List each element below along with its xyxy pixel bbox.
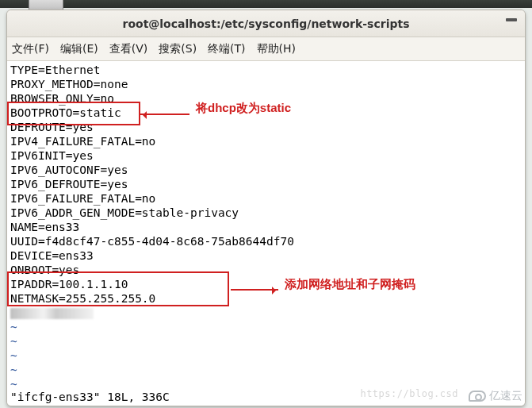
menu-help[interactable]: 帮助(H): [257, 42, 296, 56]
faded-source-url: https://blog.csd: [360, 387, 458, 401]
annotation-arrow-1: [140, 114, 189, 115]
menu-view[interactable]: 查看(V): [109, 42, 148, 56]
menu-bar: 文件(F) 编辑(E) 查看(V) 搜索(S) 终端(T) 帮助(H): [7, 37, 525, 61]
vim-tilde: ~: [10, 348, 522, 363]
cfg-line: IPV6_ADDR_GEN_MODE=stable-privacy: [10, 206, 522, 220]
desktop-panel: [0, 0, 532, 8]
cfg-line: DEFROUTE=yes: [10, 120, 522, 134]
menu-file[interactable]: 文件(F): [12, 42, 49, 56]
menu-search[interactable]: 搜索(S): [159, 42, 197, 56]
cfg-line: IPV4_FAILURE_FATAL=no: [10, 134, 522, 148]
vim-tilde: ~: [10, 320, 522, 334]
cfg-line: TYPE=Ethernet: [10, 63, 522, 77]
menu-terminal[interactable]: 终端(T): [208, 42, 245, 56]
vim-tilde: ~: [10, 334, 522, 348]
window-title: root@localhost:/etc/sysconfig/network-sc…: [122, 17, 409, 30]
cfg-line: NAME=ens33: [10, 220, 522, 234]
terminal-window: root@localhost:/etc/sysconfig/network-sc…: [6, 10, 526, 406]
annotation-note-1: 将dhcp改为static: [196, 101, 291, 115]
window-titlebar[interactable]: root@localhost:/etc/sysconfig/network-sc…: [7, 10, 525, 37]
cfg-line: IPV6_DEFROUTE=yes: [10, 177, 522, 191]
vim-tilde: ~: [10, 363, 522, 377]
annotation-arrow-2: [231, 289, 278, 291]
cfg-line: UUID=f4d8cf47-c855-4d04-8c68-75ab8644df7…: [10, 234, 522, 248]
cfg-line: NETMASK=255.255.255.0: [10, 291, 522, 306]
editor-area[interactable]: TYPE=Ethernet PROXY_METHOD=none BROWSER_…: [7, 61, 525, 406]
menu-edit[interactable]: 编辑(E): [60, 42, 98, 56]
cfg-line: DEVICE=ens33: [10, 248, 522, 263]
cfg-line: IPV6INIT=yes: [10, 148, 522, 163]
cfg-line: ONBOOT=yes: [10, 263, 522, 277]
annotation-note-2: 添加网络地址和子网掩码: [285, 277, 415, 291]
minimize-icon[interactable]: [506, 18, 517, 21]
smudge-line: [10, 306, 522, 320]
vim-status-line: "ifcfg-ens33" 18L, 336C: [10, 390, 170, 404]
cfg-line: PROXY_METHOD=none: [10, 77, 522, 91]
cfg-line: IPV6_AUTOCONF=yes: [10, 163, 522, 177]
cfg-line: IPV6_FAILURE_FATAL=no: [10, 191, 522, 206]
